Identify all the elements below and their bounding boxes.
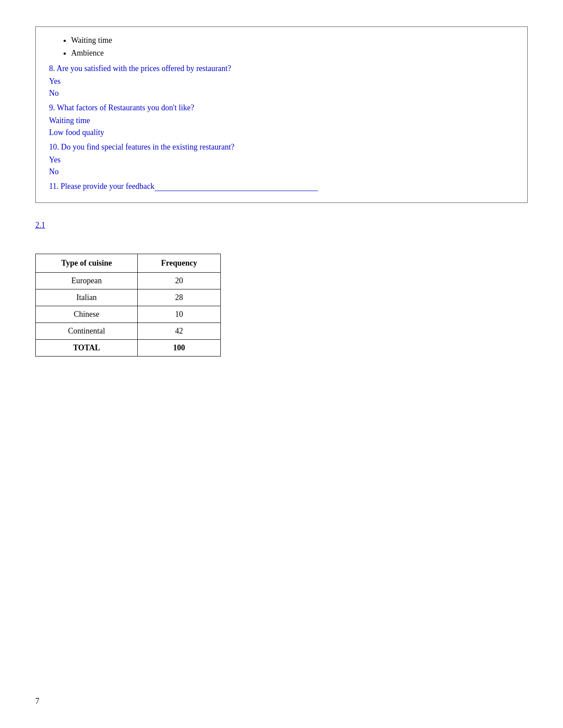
table-header-row: Type of cuisine Frequency	[36, 254, 221, 273]
question-11: 11. Please provide your feedback	[49, 182, 514, 191]
answer-9-lowfood: Low food quality	[49, 128, 514, 137]
survey-box: Waiting time Ambience 8. Are you satisfi…	[35, 26, 528, 203]
cuisine-table: Type of cuisine Frequency European20Ital…	[35, 254, 221, 356]
table-row: Chinese10	[36, 306, 221, 323]
question-9: 9. What factors of Restaurants you don't…	[49, 103, 514, 113]
answer-8-no: No	[49, 89, 514, 98]
page-number: 7	[35, 697, 39, 706]
cell-frequency: 10	[138, 306, 221, 323]
answer-10-yes: Yes	[49, 155, 514, 165]
answer-10-no: No	[49, 167, 514, 176]
cell-frequency: 28	[138, 289, 221, 306]
feedback-underline	[155, 191, 318, 191]
col-header-cuisine: Type of cuisine	[36, 254, 138, 273]
section-label: 2.1	[35, 221, 45, 230]
cell-frequency: 20	[138, 273, 221, 289]
table-row: Italian28	[36, 289, 221, 306]
cell-frequency: 42	[138, 323, 221, 340]
question-10: 10. Do you find special features in the …	[49, 143, 514, 152]
cell-cuisine: Continental	[36, 323, 138, 340]
table-row: Continental42	[36, 323, 221, 340]
question-8: 8. Are you satisfied with the prices off…	[49, 64, 514, 73]
cell-frequency: 100	[138, 340, 221, 356]
col-header-frequency: Frequency	[138, 254, 221, 273]
bullet-list: Waiting time Ambience	[71, 36, 514, 58]
cell-cuisine: Chinese	[36, 306, 138, 323]
table-body: European20Italian28Chinese10Continental4…	[36, 273, 221, 356]
bullet-item-waiting: Waiting time	[71, 36, 514, 45]
answer-8-yes: Yes	[49, 77, 514, 86]
bullet-item-ambience: Ambience	[71, 49, 514, 58]
cell-cuisine: European	[36, 273, 138, 289]
cell-cuisine: Italian	[36, 289, 138, 306]
answer-9-waiting: Waiting time	[49, 116, 514, 125]
table-row: TOTAL100	[36, 340, 221, 356]
cell-cuisine: TOTAL	[36, 340, 138, 356]
table-row: European20	[36, 273, 221, 289]
